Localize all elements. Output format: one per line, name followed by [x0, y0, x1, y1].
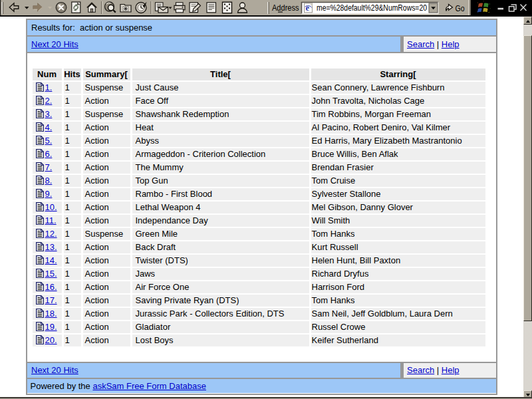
svg-text:Address: Address	[272, 3, 299, 13]
svg-text:e: e	[306, 3, 310, 13]
svg-text:Go: Go	[456, 3, 465, 13]
svg-text:me=%28default%29&NumRows=20: me=%28default%29&NumRows=20	[317, 3, 427, 13]
